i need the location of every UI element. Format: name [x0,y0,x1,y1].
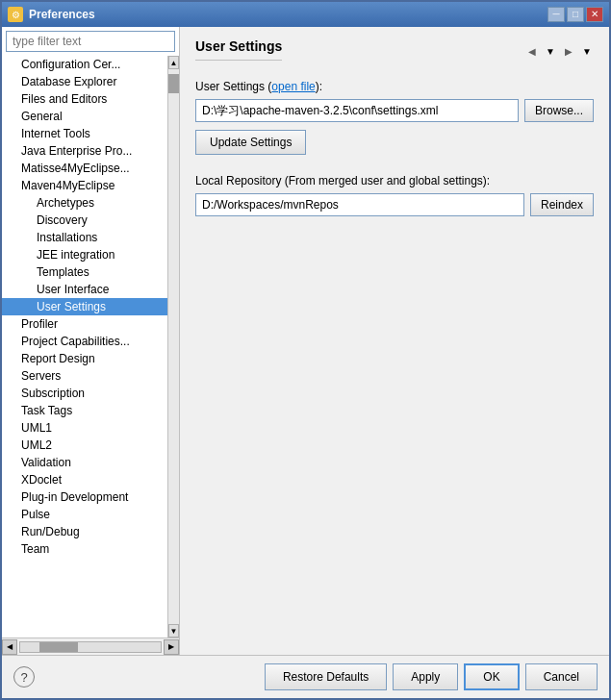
open-file-link[interactable]: open file [271,80,315,93]
hscroll-track [19,641,162,653]
window-icon: ⚙ [8,7,23,22]
ok-button[interactable]: OK [464,663,519,690]
panel-title: User Settings [195,38,282,61]
sidebar-item-user-interface[interactable]: User Interface [2,281,167,298]
bottom-buttons-bar: ? Restore Defaults Apply OK Cancel [2,655,609,698]
scroll-up-arrow[interactable]: ▲ [168,56,179,69]
close-button[interactable]: ✕ [586,7,603,22]
local-repo-label: Local Repository (From merged user and g… [195,174,594,188]
preferences-window: ⚙ Preferences ─ □ ✕ Configuration Cer...… [0,0,611,700]
sidebar-item-pulse[interactable]: Pulse [2,506,167,523]
sidebar-item-configuration-center[interactable]: Configuration Cer... [2,56,167,73]
sidebar-item-archetypes[interactable]: Archetypes [2,194,167,212]
sidebar-item-uml2[interactable]: UML2 [2,437,167,454]
apply-button[interactable]: Apply [393,663,458,690]
sidebar-item-report-design[interactable]: Report Design [2,350,167,367]
horizontal-scrollbar: ◀ ▶ [2,638,179,655]
title-bar-buttons: ─ □ ✕ [547,7,603,22]
sidebar-item-project-capabilities[interactable]: Project Capabilities... [2,333,167,350]
sidebar-item-xdoclet[interactable]: XDoclet [2,471,167,488]
local-repo-row: Reindex [195,193,594,216]
window-title: Preferences [29,8,547,21]
restore-defaults-button[interactable]: Restore Defaults [265,663,387,690]
scroll-track [168,69,179,624]
nav-forward-dropdown[interactable]: ▼ [580,42,594,62]
scroll-left-arrow[interactable]: ◀ [2,639,17,655]
sidebar-item-internet-tools[interactable]: Internet Tools [2,125,167,142]
scroll-thumb [168,74,179,93]
filter-input[interactable] [6,31,175,52]
sidebar-item-subscription[interactable]: Subscription [2,385,167,402]
sidebar-item-java-enterprise[interactable]: Java Enterprise Pro... [2,142,167,160]
nav-back-button[interactable]: ◀ [522,42,542,62]
sidebar-item-installations[interactable]: Installations [2,229,167,246]
sidebar-item-profiler[interactable]: Profiler [2,315,167,333]
sidebar-item-templates[interactable]: Templates [2,263,167,281]
nav-back-dropdown[interactable]: ▼ [544,42,557,62]
tree-with-scroll: Configuration Cer... Database Explorer F… [2,56,179,638]
tree-container: Configuration Cer... Database Explorer F… [2,56,167,638]
panel-header: User Settings ◀ ▼ ▶ ▼ [195,38,594,72]
vertical-scrollbar[interactable]: ▲ ▼ [167,56,179,638]
sidebar-item-run-debug[interactable]: Run/Debug [2,523,167,540]
sidebar: Configuration Cer... Database Explorer F… [2,27,180,655]
settings-path-row: Browse... [195,99,594,122]
user-settings-label: User Settings (open file): [195,80,594,93]
sidebar-item-team[interactable]: Team [2,540,167,558]
browse-button[interactable]: Browse... [524,99,594,122]
sidebar-item-uml1[interactable]: UML1 [2,419,167,437]
sidebar-item-servers[interactable]: Servers [2,367,167,385]
reindex-button[interactable]: Reindex [530,193,594,216]
nav-arrows: ◀ ▼ ▶ ▼ [522,42,594,62]
title-bar: ⚙ Preferences ─ □ ✕ [2,2,609,27]
sidebar-item-general[interactable]: General [2,108,167,125]
sidebar-item-matisse4myeclipse[interactable]: Matisse4MyEclipse... [2,160,167,177]
scroll-down-arrow[interactable]: ▼ [168,624,179,638]
nav-forward-button[interactable]: ▶ [559,42,578,62]
sidebar-item-user-settings[interactable]: User Settings [2,298,167,315]
hscroll-thumb [39,642,78,652]
right-panel: User Settings ◀ ▼ ▶ ▼ User Settings (ope… [180,27,609,655]
minimize-button[interactable]: ─ [547,7,565,22]
sidebar-item-discovery[interactable]: Discovery [2,212,167,229]
scroll-right-arrow[interactable]: ▶ [164,639,179,655]
sidebar-item-maven4myeclipse[interactable]: Maven4MyEclipse [2,177,167,194]
sidebar-item-plugin-development[interactable]: Plug-in Development [2,488,167,506]
cancel-button[interactable]: Cancel [525,663,598,690]
help-button[interactable]: ? [13,666,35,688]
settings-path-input[interactable] [195,99,519,122]
maximize-button[interactable]: □ [567,7,584,22]
sidebar-item-validation[interactable]: Validation [2,454,167,471]
sidebar-item-database-explorer[interactable]: Database Explorer [2,73,167,90]
local-repo-input[interactable] [195,193,524,216]
main-content: Configuration Cer... Database Explorer F… [2,27,609,655]
bottom-right-buttons: Restore Defaults Apply OK Cancel [265,663,598,690]
update-settings-button[interactable]: Update Settings [195,130,306,155]
sidebar-item-jee-integration[interactable]: JEE integration [2,246,167,263]
update-settings-row: Update Settings [195,130,594,155]
sidebar-item-files-and-editors[interactable]: Files and Editors [2,90,167,108]
sidebar-item-task-tags[interactable]: Task Tags [2,402,167,419]
